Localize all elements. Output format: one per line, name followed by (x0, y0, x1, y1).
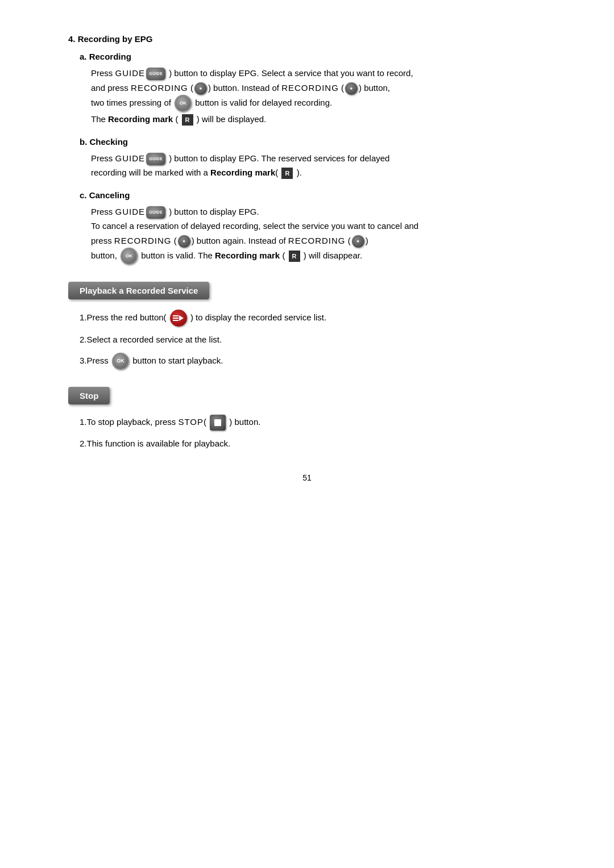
subsection-a: a. Recording Press GUIDEGUIDE ) button t… (68, 52, 546, 127)
subsection-a-heading: a. Recording (80, 52, 546, 61)
recording-word-c2: RECORDING (288, 236, 346, 245)
subsection-b-heading: b. Checking (80, 137, 546, 147)
subsection-a-text: Press GUIDEGUIDE ) button to display EPG… (91, 66, 546, 127)
stop-item-1: 1.To stop playback, press STOP( ) button… (80, 415, 546, 431)
playback-section: Playback a Recorded Service 1.Press the … (68, 282, 546, 370)
recording-button-icon-c1: ● (178, 235, 190, 248)
recording-button-icon-2: ● (345, 82, 358, 95)
red-button-inner (173, 315, 184, 321)
recording-word-c1: RECORDING (114, 236, 172, 245)
guide-word-c: GUIDE (115, 207, 146, 216)
subsection-b: b. Checking Press GUIDEGUIDE ) button to… (68, 137, 546, 180)
playback-item-2: 2.Select a recorded service at the list. (80, 332, 546, 347)
guide-button-icon: GUIDE (146, 68, 165, 80)
recording-mark-badge-1: R (182, 114, 193, 126)
playback-item-3: 3.Press OK button to start playback. (80, 353, 546, 370)
subsection-c: c. Canceling Press GUIDEGUIDE ) button t… (68, 190, 546, 265)
recording-mark-badge-b: R (281, 168, 293, 179)
page-number: 51 (68, 473, 546, 482)
recording-button-icon-1: ● (194, 82, 207, 95)
guide-button-icon-c: GUIDE (146, 206, 165, 219)
playback-item-1: 1.Press the red button( ) to display the… (80, 310, 546, 327)
subsection-c-text: Press GUIDEGUIDE ) button to display EPG… (91, 205, 546, 265)
red-btn-arrow (179, 315, 184, 321)
subsection-c-heading: c. Canceling (80, 190, 546, 200)
red-btn-line-1 (173, 315, 179, 316)
playback-section-label: Playback a Recorded Service (68, 282, 209, 299)
recording-mark-label-c: Recording mark (215, 251, 280, 260)
section-4: 4. Recording by EPG a. Recording Press G… (68, 34, 546, 265)
recording-button-icon-c2: ● (352, 235, 364, 248)
stop-button-icon (210, 415, 226, 431)
recording-word-2: RECORDING (281, 83, 339, 93)
red-button-icon (170, 310, 187, 327)
recording-mark-label: Recording mark (108, 114, 173, 124)
ok-button-playback: OK (112, 353, 129, 370)
red-btn-line-3 (173, 320, 179, 321)
stop-section-label: Stop (68, 387, 110, 404)
stop-word: STOP (178, 417, 204, 427)
ok-button-icon-1: OK (175, 95, 192, 112)
recording-mark-label-b: Recording mark (210, 168, 275, 177)
red-btn-line-2 (173, 318, 179, 319)
stop-section: Stop 1.To stop playback, press STOP( ) b… (68, 387, 546, 451)
stop-item-2: 2.This function is available for playbac… (80, 436, 546, 451)
page-content: 4. Recording by EPG a. Recording Press G… (0, 0, 614, 528)
guide-button-icon-b: GUIDE (146, 153, 165, 165)
stop-inner-square (214, 419, 221, 426)
guide-word-b: GUIDE (115, 153, 146, 163)
subsection-b-text: Press GUIDEGUIDE ) button to display EPG… (91, 151, 546, 180)
recording-mark-badge-c: R (289, 251, 300, 262)
ok-button-icon-c: OK (121, 248, 138, 265)
guide-word: GUIDE (115, 68, 146, 78)
section-4-heading: 4. Recording by EPG (68, 34, 546, 44)
recording-word-1: RECORDING (131, 83, 188, 93)
red-btn-lines (173, 315, 179, 321)
